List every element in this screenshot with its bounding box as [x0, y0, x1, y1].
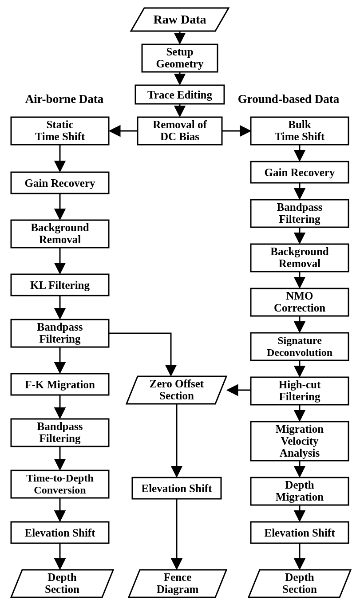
label: Background [270, 245, 329, 257]
node-elevation-left: Elevation Shift [11, 522, 109, 543]
node-signature-deconv: Signature Deconvolution [251, 333, 348, 360]
label: Geometry [156, 58, 204, 70]
label: Elevation Shift [141, 482, 212, 494]
node-dc-bias: Removal of DC Bias [138, 117, 222, 145]
label-raw-data: Raw Data [154, 12, 206, 26]
label: Migration [276, 423, 324, 435]
label: Time-to-Depth [26, 472, 94, 484]
node-elevation-right: Elevation Shift [251, 522, 348, 543]
label: Filtering [39, 333, 81, 345]
node-nmo-correction: NMO Correction [251, 288, 348, 316]
node-zero-offset: Zero Offset Section [127, 376, 226, 404]
label: Static [46, 118, 73, 130]
label: Removal of [153, 118, 207, 130]
label: Section [282, 583, 317, 595]
label: Zero Offset [150, 378, 204, 390]
label: Trace Editing [147, 89, 213, 101]
node-highcut-filtering: High-cut Filtering [251, 377, 348, 405]
label: Background [31, 221, 89, 233]
node-gain-recovery-right: Gain Recovery [251, 162, 348, 183]
label: Removal [39, 233, 81, 245]
node-bandpass-left-1: Bandpass Filtering [11, 320, 109, 347]
node-raw-data: Raw Data [131, 8, 229, 31]
node-bandpass-left-2: Bandpass Filtering [11, 419, 109, 446]
label: Filtering [39, 432, 81, 444]
label: NMO [286, 290, 313, 302]
node-bulk-time-shift: Bulk Time Shift [251, 117, 348, 145]
label: Depth [47, 571, 76, 583]
label: Conversion [34, 484, 86, 496]
flowchart: Raw Data Setup Geometry Trace Editing Ai… [0, 0, 364, 604]
node-depth-migration: Depth Migration [251, 478, 348, 505]
arrow [109, 333, 171, 375]
label: DC Bias [160, 130, 199, 142]
node-bg-removal-right: Background Removal [251, 244, 348, 272]
label: Bandpass [277, 201, 323, 213]
label: Velocity [281, 435, 319, 447]
label: Elevation Shift [24, 527, 95, 539]
label: Depth [285, 571, 314, 583]
label: Elevation Shift [264, 527, 335, 539]
label: Correction [274, 302, 325, 314]
label: Bandpass [37, 321, 83, 333]
node-trace-editing: Trace Editing [135, 85, 224, 104]
label: Analysis [280, 447, 320, 459]
label: Diagram [157, 583, 199, 595]
node-depth-section-right: Depth Section [249, 570, 351, 597]
node-gain-recovery-left: Gain Recovery [11, 172, 109, 193]
label: Migration [276, 491, 324, 503]
label: Filtering [279, 391, 320, 403]
node-elevation-center: Elevation Shift [132, 478, 221, 499]
label: Bandpass [37, 420, 83, 432]
label: F-K Migration [25, 379, 95, 391]
label: Deconvolution [267, 347, 332, 358]
label: KL Filtering [30, 279, 90, 291]
node-bandpass-right: Bandpass Filtering [251, 200, 348, 227]
label: High-cut [279, 379, 321, 391]
label: Setup [166, 46, 193, 58]
heading-airborne: Air-borne Data [25, 92, 104, 106]
node-depth-section-left: Depth Section [11, 570, 113, 597]
label: Filtering [279, 213, 320, 225]
label: Section [159, 390, 194, 402]
node-static-time-shift: Static Time Shift [11, 117, 109, 145]
label: Bulk [288, 118, 311, 130]
label: Gain Recovery [25, 177, 95, 189]
node-fk-migration: F-K Migration [11, 374, 109, 395]
label: Removal [279, 257, 320, 269]
label: Gain Recovery [265, 166, 335, 178]
label: Fence [164, 571, 191, 583]
label: Time Shift [35, 130, 85, 142]
label: Signature [277, 335, 322, 346]
node-setup-geometry: Setup Geometry [142, 44, 218, 72]
node-migration-velocity: Migration Velocity Analysis [251, 422, 348, 461]
label: Time Shift [275, 130, 325, 142]
label: Depth [285, 479, 314, 491]
label: Section [45, 583, 79, 595]
node-kl-filtering: KL Filtering [11, 274, 109, 296]
node-bg-removal-left: Background Removal [11, 220, 109, 248]
heading-ground: Ground-based Data [238, 92, 340, 106]
node-time-depth: Time-to-Depth Conversion [11, 470, 109, 498]
node-fence-diagram: Fence Diagram [129, 570, 226, 597]
